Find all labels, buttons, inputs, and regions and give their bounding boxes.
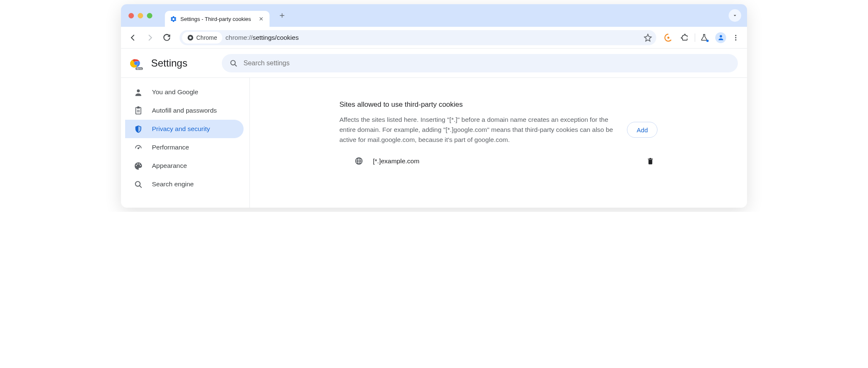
sidebar-item-label: You and Google — [152, 88, 198, 96]
svg-point-7 — [735, 39, 737, 40]
sidebar-item-you-and-google[interactable]: You and Google — [125, 83, 244, 101]
forward-button[interactable] — [143, 31, 157, 45]
site-pattern: [*.]example.com — [373, 157, 647, 165]
clipboard-icon — [134, 106, 143, 115]
sidebar-item-appearance[interactable]: Appearance — [125, 157, 244, 175]
browser-toolbar: Chrome chrome://settings/cookies — [121, 27, 747, 49]
chrome-menu-button[interactable] — [729, 31, 742, 44]
speedometer-icon — [134, 143, 143, 152]
window-controls — [128, 13, 152, 18]
bookmark-star-icon[interactable] — [644, 33, 652, 42]
reload-button[interactable] — [159, 31, 174, 45]
sidebar-item-autofill[interactable]: Autofill and passwords — [125, 101, 244, 120]
svg-point-3 — [706, 40, 709, 42]
globe-icon — [354, 157, 364, 166]
sidebar-item-search-engine[interactable]: Search engine — [125, 175, 244, 193]
page-title: Settings — [151, 57, 187, 69]
section-description: Affects the sites listed here. Inserting… — [339, 115, 619, 145]
delete-site-button[interactable] — [647, 157, 654, 165]
shield-icon — [134, 124, 143, 134]
browser-window: Settings - Third-party cookies Chrome — [121, 4, 747, 208]
labs-flask-icon[interactable] — [699, 31, 712, 44]
minimize-window-button[interactable] — [138, 13, 143, 18]
svg-point-1 — [189, 36, 192, 39]
site-chip[interactable]: Chrome — [182, 32, 222, 44]
maximize-window-button[interactable] — [147, 13, 152, 18]
svg-rect-13 — [137, 110, 140, 111]
profile-avatar[interactable] — [715, 32, 726, 43]
sidebar-item-performance[interactable]: Performance — [125, 138, 244, 157]
person-icon — [134, 87, 143, 97]
toolbar-actions — [662, 31, 742, 44]
svg-point-11 — [231, 60, 235, 65]
extensions-puzzle-icon[interactable] — [678, 31, 691, 44]
allowed-site-row: [*.]example.com — [339, 150, 657, 172]
search-icon — [134, 180, 143, 189]
tab-strip: Settings - Third-party cookies — [121, 4, 747, 27]
settings-favicon-icon — [170, 15, 177, 23]
url-text: chrome://settings/cookies — [226, 34, 299, 41]
svg-point-5 — [735, 35, 737, 36]
svg-point-6 — [735, 37, 737, 38]
extension-openvpn-icon[interactable] — [662, 31, 675, 44]
sidebar-item-label: Appearance — [152, 162, 187, 170]
svg-point-4 — [719, 35, 722, 38]
close-window-button[interactable] — [128, 13, 134, 18]
settings-header: Beta Settings — [121, 49, 747, 78]
site-chip-label: Chrome — [196, 34, 217, 41]
new-tab-button[interactable] — [276, 10, 288, 21]
sidebar-item-privacy[interactable]: Privacy and security — [125, 120, 244, 138]
close-tab-button[interactable] — [258, 15, 265, 22]
settings-body: You and Google Autofill and passwords Pr… — [121, 78, 747, 208]
add-site-button[interactable]: Add — [627, 122, 657, 138]
chrome-icon — [187, 34, 194, 41]
chrome-logo-icon: Beta — [130, 57, 142, 69]
search-icon — [229, 59, 238, 67]
section-title: Sites allowed to use third-party cookies — [339, 100, 657, 109]
svg-point-16 — [135, 181, 140, 186]
sidebar-item-label: Performance — [152, 144, 189, 151]
settings-main: Sites allowed to use third-party cookies… — [250, 78, 747, 208]
sidebar-item-label: Search engine — [152, 180, 194, 188]
svg-point-12 — [137, 89, 140, 92]
back-button[interactable] — [126, 31, 140, 45]
tab-search-button[interactable] — [729, 9, 741, 22]
svg-rect-14 — [137, 111, 140, 112]
sidebar-item-label: Privacy and security — [152, 125, 210, 133]
settings-search[interactable] — [222, 54, 738, 72]
browser-tab[interactable]: Settings - Third-party cookies — [165, 11, 270, 27]
svg-point-15 — [138, 148, 139, 149]
tab-title: Settings - Third-party cookies — [180, 16, 254, 22]
settings-search-input[interactable] — [244, 59, 730, 67]
svg-point-2 — [668, 36, 670, 39]
cookies-section: Sites allowed to use third-party cookies… — [339, 85, 657, 200]
toolbar-divider — [695, 33, 695, 42]
palette-icon — [134, 161, 143, 170]
settings-sidebar: You and Google Autofill and passwords Pr… — [121, 78, 250, 208]
sidebar-item-label: Autofill and passwords — [152, 107, 217, 114]
address-bar[interactable]: Chrome chrome://settings/cookies — [180, 30, 656, 45]
